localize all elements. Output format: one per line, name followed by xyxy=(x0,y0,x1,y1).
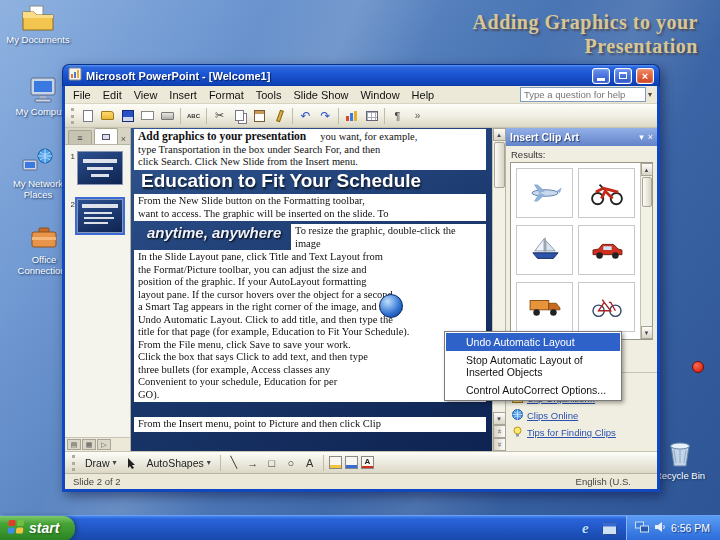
fill-color-icon[interactable] xyxy=(329,456,342,469)
toolbar-grip[interactable] xyxy=(72,455,75,471)
clipart-truck[interactable] xyxy=(516,282,573,332)
network-tray-icon[interactable] xyxy=(635,519,649,537)
slideshow-view-icon[interactable]: ▷ xyxy=(97,439,111,450)
show-formatting-icon[interactable]: ¶ xyxy=(388,106,407,125)
next-slide-icon[interactable]: » xyxy=(493,438,506,451)
restore-icon xyxy=(619,72,627,79)
clipart-car[interactable] xyxy=(578,225,635,275)
previous-slide-icon[interactable]: « xyxy=(493,425,506,438)
clips-online-link[interactable]: Clips Online xyxy=(512,409,651,422)
insert-chart-icon[interactable] xyxy=(342,106,361,125)
clipart-tiles xyxy=(511,163,640,339)
close-button[interactable]: × xyxy=(636,68,654,84)
cut-icon[interactable]: ✂ xyxy=(210,106,229,125)
tutorial-text-block: In the Slide Layout pane, click Title an… xyxy=(134,250,486,402)
autoshapes-menu-button[interactable]: AutoShapes▾ xyxy=(143,456,215,470)
menu-help[interactable]: Help xyxy=(406,87,441,103)
globe-clipart[interactable] xyxy=(379,294,403,318)
normal-view-icon[interactable]: ▤ xyxy=(67,439,81,450)
slide-title[interactable]: Education to Fit Your Schedule xyxy=(141,170,488,192)
print-icon[interactable] xyxy=(158,106,177,125)
toolbar-separator xyxy=(323,455,324,471)
slide-thumbnail-row[interactable]: 2 xyxy=(67,199,128,233)
line-tool-icon[interactable]: ╲ xyxy=(226,455,242,471)
spelling-icon[interactable]: ABC xyxy=(184,106,203,125)
window-app-icon[interactable] xyxy=(601,520,618,537)
vertical-scrollbar[interactable]: ▲ ▼ « » xyxy=(492,128,505,451)
slide-thumbnail-row[interactable]: 1 xyxy=(67,151,128,185)
copy-icon[interactable] xyxy=(230,106,249,125)
menu-edit[interactable]: Edit xyxy=(97,87,128,103)
slide-canvas[interactable]: Education to Fit Your Schedule anytime, … xyxy=(131,128,492,451)
save-icon[interactable] xyxy=(118,106,137,125)
open-icon[interactable] xyxy=(98,106,117,125)
menu-slide-show[interactable]: Slide Show xyxy=(287,87,354,103)
undo-icon[interactable]: ↶ xyxy=(296,106,315,125)
drawing-toolbar: Draw▾ AutoShapes▾ ╲ → □ ○ A A xyxy=(65,451,657,473)
oval-tool-icon[interactable]: ○ xyxy=(283,455,299,471)
menu-insert[interactable]: Insert xyxy=(163,87,203,103)
scrollbar-thumb[interactable] xyxy=(494,142,505,188)
tab-outline[interactable]: ≡ xyxy=(68,130,92,144)
tutorial-text-block: From the Insert menu, point to Picture a… xyxy=(134,417,486,432)
menu-file[interactable]: File xyxy=(67,87,97,103)
start-button[interactable]: start xyxy=(0,516,75,540)
menu-item-stop-automatic-layout[interactable]: Stop Automatic Layout of Inserted Object… xyxy=(446,351,620,381)
scroll-up-icon[interactable]: ▲ xyxy=(641,163,653,176)
toolbar-grip[interactable] xyxy=(71,108,74,124)
help-question-input[interactable] xyxy=(520,87,646,102)
scroll-down-icon[interactable]: ▼ xyxy=(493,412,506,425)
draw-menu-button[interactable]: Draw▾ xyxy=(81,456,121,470)
arrow-tool-icon[interactable]: → xyxy=(245,455,261,471)
menu-item-undo-automatic-layout[interactable]: Undo Automatic Layout xyxy=(446,333,620,351)
internet-explorer-icon[interactable]: e xyxy=(577,520,594,537)
email-icon[interactable] xyxy=(138,106,157,125)
text-box-icon[interactable]: A xyxy=(302,455,318,471)
desktop-icon-my-documents[interactable]: My Documents xyxy=(6,4,70,45)
font-color-icon[interactable]: A xyxy=(361,456,374,469)
menu-format[interactable]: Format xyxy=(203,87,250,103)
minimize-button[interactable] xyxy=(592,68,610,84)
menu-view[interactable]: View xyxy=(128,87,164,103)
tips-link[interactable]: Tips for Finding Clips xyxy=(512,426,651,439)
paste-icon[interactable] xyxy=(250,106,269,125)
menu-window[interactable]: Window xyxy=(354,87,405,103)
new-icon[interactable] xyxy=(78,106,97,125)
pane-close-icon[interactable]: × xyxy=(121,134,126,144)
clipart-sailboat[interactable] xyxy=(516,225,573,275)
tab-slides[interactable] xyxy=(94,128,118,144)
menu-bar: File Edit View Insert Format Tools Slide… xyxy=(65,86,657,104)
line-color-icon[interactable] xyxy=(345,456,358,469)
clipart-airplane[interactable] xyxy=(516,168,573,218)
slide-sorter-view-icon[interactable]: ▦ xyxy=(82,439,96,450)
globe-icon xyxy=(512,409,523,422)
task-pane-scrollbar[interactable]: ▲ ▼ xyxy=(640,163,652,339)
clipart-motorcycle[interactable] xyxy=(578,168,635,218)
rectangle-tool-icon[interactable]: □ xyxy=(264,455,280,471)
powerpoint-window: Microsoft PowerPoint - [Welcome1] × File… xyxy=(62,64,660,492)
redo-icon[interactable]: ↷ xyxy=(316,106,335,125)
insert-table-icon[interactable] xyxy=(362,106,381,125)
chevron-down-icon[interactable]: ▾ xyxy=(648,90,652,99)
scroll-up-icon[interactable]: ▲ xyxy=(493,128,506,141)
tutorial-line: Undo Automatic Layout. Click to add titl… xyxy=(138,314,482,327)
slide-subtitle[interactable]: anytime, anywhere xyxy=(147,224,281,241)
restore-button[interactable] xyxy=(614,68,632,84)
task-pane-close-icon[interactable]: × xyxy=(648,132,653,142)
volume-tray-icon[interactable] xyxy=(654,519,666,537)
title-bar[interactable]: Microsoft PowerPoint - [Welcome1] × xyxy=(62,64,660,86)
task-pane-menu-icon[interactable]: ▾ xyxy=(639,132,644,142)
menu-item-control-autocorrect-options[interactable]: Control AutoCorrect Options... xyxy=(446,381,620,399)
clipart-bicycle[interactable] xyxy=(578,282,635,332)
scroll-down-icon[interactable]: ▼ xyxy=(641,326,653,339)
desktop-icon-my-network-places[interactable]: My Network Places xyxy=(6,148,70,200)
slide-2-thumbnail[interactable] xyxy=(77,199,123,233)
clock[interactable]: 6:56 PM xyxy=(671,522,710,534)
slide-1-thumbnail[interactable] xyxy=(77,151,123,185)
taskbar-buttons: e xyxy=(577,520,618,537)
select-objects-icon[interactable] xyxy=(124,455,140,471)
scrollbar-thumb[interactable] xyxy=(642,177,652,207)
toolbar-overflow-icon[interactable]: » xyxy=(408,106,427,125)
menu-tools[interactable]: Tools xyxy=(250,87,288,103)
format-painter-icon[interactable] xyxy=(270,106,289,125)
